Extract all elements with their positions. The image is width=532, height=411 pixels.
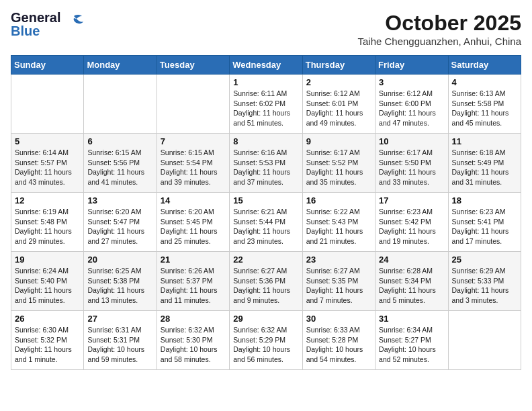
cell-content: Sunrise: 6:17 AM Sunset: 5:50 PM Dayligh… — [379, 148, 444, 187]
day-number: 6 — [87, 136, 152, 146]
day-number: 5 — [15, 136, 80, 146]
calendar-cell — [11, 75, 84, 134]
cell-content: Sunrise: 6:32 AM Sunset: 5:29 PM Dayligh… — [233, 325, 298, 365]
cell-content: Sunrise: 6:32 AM Sunset: 5:30 PM Dayligh… — [161, 325, 226, 365]
day-number: 15 — [233, 195, 298, 205]
cell-content: Sunrise: 6:16 AM Sunset: 5:53 PM Dayligh… — [233, 148, 298, 187]
cell-content: Sunrise: 6:23 AM Sunset: 5:42 PM Dayligh… — [379, 207, 444, 246]
calendar-week-2: 5Sunrise: 6:14 AM Sunset: 5:57 PM Daylig… — [11, 134, 521, 193]
calendar-cell: 3Sunrise: 6:12 AM Sunset: 6:00 PM Daylig… — [375, 75, 448, 134]
calendar-cell: 30Sunrise: 6:33 AM Sunset: 5:28 PM Dayli… — [302, 311, 375, 370]
day-number: 24 — [379, 255, 444, 265]
cell-content: Sunrise: 6:24 AM Sunset: 5:40 PM Dayligh… — [15, 266, 80, 306]
day-number: 25 — [452, 255, 517, 265]
calendar-cell: 19Sunrise: 6:24 AM Sunset: 5:40 PM Dayli… — [11, 252, 84, 311]
cell-content: Sunrise: 6:30 AM Sunset: 5:32 PM Dayligh… — [15, 325, 80, 365]
calendar-cell: 31Sunrise: 6:34 AM Sunset: 5:27 PM Dayli… — [375, 311, 448, 370]
day-number: 23 — [306, 255, 371, 265]
weekday-header-thursday: Thursday — [302, 56, 375, 75]
calendar-cell: 27Sunrise: 6:31 AM Sunset: 5:31 PM Dayli… — [84, 311, 157, 370]
day-number: 12 — [15, 195, 80, 205]
logo-blue: Blue — [11, 24, 60, 38]
cell-content: Sunrise: 6:11 AM Sunset: 6:02 PM Dayligh… — [233, 89, 298, 128]
cell-content: Sunrise: 6:31 AM Sunset: 5:31 PM Dayligh… — [87, 325, 152, 365]
day-number: 31 — [379, 314, 444, 324]
day-number: 29 — [233, 314, 298, 324]
day-number: 3 — [379, 77, 444, 87]
calendar-cell: 26Sunrise: 6:30 AM Sunset: 5:32 PM Dayli… — [11, 311, 84, 370]
day-number: 16 — [306, 195, 371, 205]
calendar-cell: 23Sunrise: 6:27 AM Sunset: 5:35 PM Dayli… — [302, 252, 375, 311]
calendar-cell: 5Sunrise: 6:14 AM Sunset: 5:57 PM Daylig… — [11, 134, 84, 193]
calendar-cell: 24Sunrise: 6:28 AM Sunset: 5:34 PM Dayli… — [375, 252, 448, 311]
day-number: 26 — [15, 314, 80, 324]
calendar-cell: 8Sunrise: 6:16 AM Sunset: 5:53 PM Daylig… — [230, 134, 302, 193]
weekday-header-sunday: Sunday — [11, 56, 84, 75]
cell-content: Sunrise: 6:13 AM Sunset: 5:58 PM Dayligh… — [452, 89, 517, 128]
day-number: 19 — [15, 255, 80, 265]
cell-content: Sunrise: 6:21 AM Sunset: 5:44 PM Dayligh… — [233, 207, 298, 246]
cell-content: Sunrise: 6:12 AM Sunset: 6:01 PM Dayligh… — [306, 89, 371, 128]
cell-content: Sunrise: 6:27 AM Sunset: 5:35 PM Dayligh… — [306, 266, 371, 306]
cell-content: Sunrise: 6:26 AM Sunset: 5:37 PM Dayligh… — [161, 266, 226, 306]
day-number: 8 — [233, 136, 298, 146]
cell-content: Sunrise: 6:14 AM Sunset: 5:57 PM Dayligh… — [15, 148, 80, 187]
calendar-cell: 21Sunrise: 6:26 AM Sunset: 5:37 PM Dayli… — [157, 252, 229, 311]
calendar-cell: 28Sunrise: 6:32 AM Sunset: 5:30 PM Dayli… — [157, 311, 229, 370]
cell-content: Sunrise: 6:33 AM Sunset: 5:28 PM Dayligh… — [306, 325, 371, 365]
cell-content: Sunrise: 6:19 AM Sunset: 5:48 PM Dayligh… — [15, 207, 80, 246]
weekday-header-friday: Friday — [375, 56, 448, 75]
logo-bird-icon — [63, 13, 85, 32]
weekday-header-row: SundayMondayTuesdayWednesdayThursdayFrid… — [11, 56, 521, 75]
cell-content: Sunrise: 6:27 AM Sunset: 5:36 PM Dayligh… — [233, 266, 298, 306]
cell-content: Sunrise: 6:20 AM Sunset: 5:45 PM Dayligh… — [161, 207, 226, 246]
day-number: 22 — [233, 255, 298, 265]
calendar-cell — [448, 311, 521, 370]
day-number: 9 — [306, 136, 371, 146]
calendar-cell: 14Sunrise: 6:20 AM Sunset: 5:45 PM Dayli… — [157, 193, 229, 252]
month-title: October 2025 — [357, 11, 521, 36]
day-number: 1 — [233, 77, 298, 87]
calendar-cell: 4Sunrise: 6:13 AM Sunset: 5:58 PM Daylig… — [448, 75, 521, 134]
calendar-cell: 12Sunrise: 6:19 AM Sunset: 5:48 PM Dayli… — [11, 193, 84, 252]
calendar-cell: 10Sunrise: 6:17 AM Sunset: 5:50 PM Dayli… — [375, 134, 448, 193]
page-header: General Blue October 2025 Taihe Chenggua… — [11, 11, 521, 47]
cell-content: Sunrise: 6:28 AM Sunset: 5:34 PM Dayligh… — [379, 266, 444, 306]
weekday-header-monday: Monday — [84, 56, 157, 75]
day-number: 21 — [161, 255, 226, 265]
calendar-week-1: 1Sunrise: 6:11 AM Sunset: 6:02 PM Daylig… — [11, 75, 521, 134]
calendar-table: SundayMondayTuesdayWednesdayThursdayFrid… — [11, 55, 521, 370]
calendar-cell: 9Sunrise: 6:17 AM Sunset: 5:52 PM Daylig… — [302, 134, 375, 193]
day-number: 2 — [306, 77, 371, 87]
cell-content: Sunrise: 6:18 AM Sunset: 5:49 PM Dayligh… — [452, 148, 517, 187]
calendar-cell: 16Sunrise: 6:22 AM Sunset: 5:43 PM Dayli… — [302, 193, 375, 252]
cell-content: Sunrise: 6:29 AM Sunset: 5:33 PM Dayligh… — [452, 266, 517, 306]
calendar-week-5: 26Sunrise: 6:30 AM Sunset: 5:32 PM Dayli… — [11, 311, 521, 370]
calendar-cell: 18Sunrise: 6:23 AM Sunset: 5:41 PM Dayli… — [448, 193, 521, 252]
calendar-week-3: 12Sunrise: 6:19 AM Sunset: 5:48 PM Dayli… — [11, 193, 521, 252]
calendar-cell: 13Sunrise: 6:20 AM Sunset: 5:47 PM Dayli… — [84, 193, 157, 252]
day-number: 11 — [452, 136, 517, 146]
calendar-cell — [157, 75, 229, 134]
calendar-cell: 22Sunrise: 6:27 AM Sunset: 5:36 PM Dayli… — [230, 252, 302, 311]
calendar-cell: 15Sunrise: 6:21 AM Sunset: 5:44 PM Dayli… — [230, 193, 302, 252]
logo: General Blue — [11, 11, 85, 38]
cell-content: Sunrise: 6:15 AM Sunset: 5:54 PM Dayligh… — [161, 148, 226, 187]
day-number: 28 — [161, 314, 226, 324]
cell-content: Sunrise: 6:17 AM Sunset: 5:52 PM Dayligh… — [306, 148, 371, 187]
calendar-week-4: 19Sunrise: 6:24 AM Sunset: 5:40 PM Dayli… — [11, 252, 521, 311]
calendar-cell: 2Sunrise: 6:12 AM Sunset: 6:01 PM Daylig… — [302, 75, 375, 134]
calendar-cell: 11Sunrise: 6:18 AM Sunset: 5:49 PM Dayli… — [448, 134, 521, 193]
cell-content: Sunrise: 6:34 AM Sunset: 5:27 PM Dayligh… — [379, 325, 444, 365]
day-number: 20 — [87, 255, 152, 265]
cell-content: Sunrise: 6:12 AM Sunset: 6:00 PM Dayligh… — [379, 89, 444, 128]
calendar-cell: 29Sunrise: 6:32 AM Sunset: 5:29 PM Dayli… — [230, 311, 302, 370]
cell-content: Sunrise: 6:23 AM Sunset: 5:41 PM Dayligh… — [452, 207, 517, 246]
cell-content: Sunrise: 6:20 AM Sunset: 5:47 PM Dayligh… — [87, 207, 152, 246]
day-number: 13 — [87, 195, 152, 205]
day-number: 27 — [87, 314, 152, 324]
calendar-cell: 1Sunrise: 6:11 AM Sunset: 6:02 PM Daylig… — [230, 75, 302, 134]
day-number: 10 — [379, 136, 444, 146]
location: Taihe Chengguanzhen, Anhui, China — [357, 36, 521, 47]
cell-content: Sunrise: 6:25 AM Sunset: 5:38 PM Dayligh… — [87, 266, 152, 306]
